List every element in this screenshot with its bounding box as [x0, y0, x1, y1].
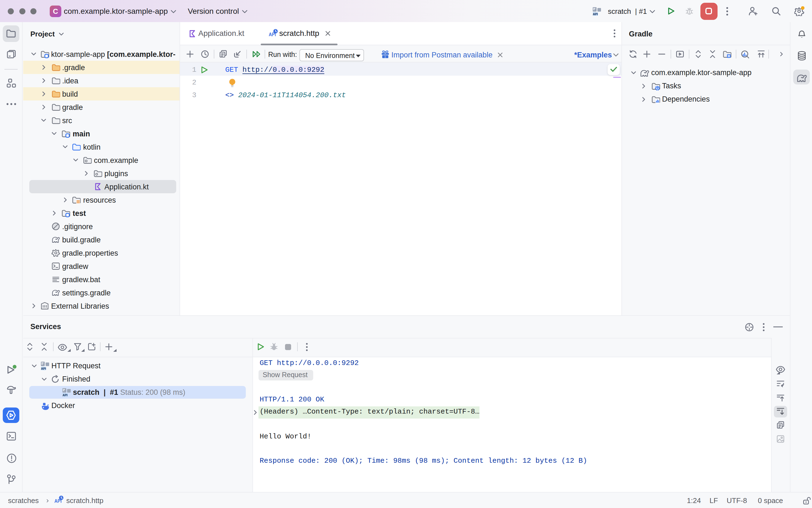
svg-text:API: API — [593, 12, 598, 15]
